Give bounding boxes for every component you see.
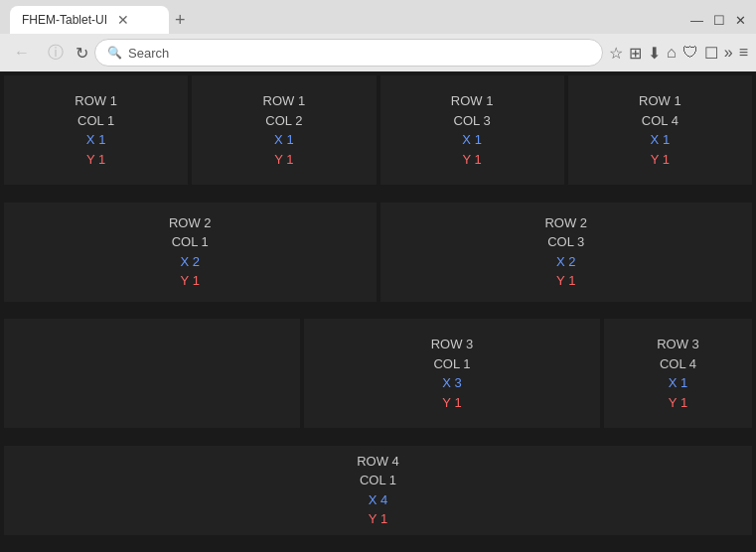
reading-list-button[interactable]: ⊞ [629, 44, 642, 63]
maximize-button[interactable]: ☐ [713, 13, 725, 28]
active-tab[interactable]: FHEM-Tablet-UI ✕ [10, 6, 169, 34]
screenshot-button[interactable]: ☐ [704, 44, 718, 63]
download-button[interactable]: ⬇ [648, 44, 661, 63]
tab-label: FHEM-Tablet-UI [22, 13, 107, 27]
grid-row-3: ROW 3 COL 1 X 3 Y 1 ROW 3 COL 4 X 1 Y 1 [4, 319, 752, 428]
browser-toolbar: ← ⓘ ↻ 🔍 Search ☆ ⊞ ⬇ ⌂ 🛡 ☐ » ≡ [0, 34, 756, 71]
window-controls: — ☐ ✕ [690, 13, 746, 28]
minimize-button[interactable]: — [690, 13, 703, 28]
cell-r3-empty-left [4, 319, 300, 428]
new-tab-button[interactable]: + [175, 11, 186, 29]
info-button[interactable]: ⓘ [42, 40, 70, 67]
search-placeholder: Search [128, 46, 169, 61]
cell-r3-c1: ROW 3 COL 1 X 3 Y 1 [304, 319, 600, 428]
cell-r1-c3: ROW 1 COL 3 X 1 Y 1 [380, 75, 564, 185]
cell-r1-c1: ROW 1 COL 1 X 1 Y 1 [4, 75, 188, 185]
cell-r3-c4: ROW 3 COL 4 X 1 Y 1 [604, 319, 752, 428]
page-content: ROW 1 COL 1 X 1 Y 1 ROW 1 COL 2 X 1 Y 1 … [0, 71, 756, 552]
refresh-button[interactable]: ↻ [76, 44, 88, 63]
bookmark-star-button[interactable]: ☆ [609, 44, 623, 63]
home-button[interactable]: ⌂ [667, 44, 677, 62]
address-bar[interactable]: 🔍 Search [94, 39, 603, 67]
cell-r2-c3: ROW 2 COL 3 X 2 Y 1 [380, 203, 753, 302]
grid-row-1: ROW 1 COL 1 X 1 Y 1 ROW 1 COL 2 X 1 Y 1 … [4, 75, 752, 185]
grid-row-4: ROW 4 COL 1 X 4 Y 1 [4, 446, 752, 535]
title-bar: FHEM-Tablet-UI ✕ + — ☐ ✕ [0, 0, 756, 34]
cell-r4-c1: ROW 4 COL 1 X 4 Y 1 [4, 446, 752, 535]
shield-button[interactable]: 🛡 [682, 44, 698, 62]
grid-row-2: ROW 2 COL 1 X 2 Y 1 ROW 2 COL 3 X 2 Y 1 [4, 203, 752, 302]
menu-button[interactable]: ≡ [739, 44, 748, 62]
cell-r1-c2: ROW 1 COL 2 X 1 Y 1 [192, 75, 376, 185]
search-icon: 🔍 [107, 46, 122, 60]
extensions-button[interactable]: » [724, 44, 733, 62]
back-button[interactable]: ← [8, 41, 36, 65]
cell-r1-c4: ROW 1 COL 4 X 1 Y 1 [568, 75, 752, 185]
close-button[interactable]: ✕ [735, 13, 746, 28]
cell-r2-c1: ROW 2 COL 1 X 2 Y 1 [4, 203, 377, 302]
tab-close-button[interactable]: ✕ [117, 12, 129, 28]
browser-chrome: FHEM-Tablet-UI ✕ + — ☐ ✕ ← ⓘ ↻ 🔍 Search … [0, 0, 756, 71]
tab-area: FHEM-Tablet-UI ✕ + [10, 6, 186, 34]
